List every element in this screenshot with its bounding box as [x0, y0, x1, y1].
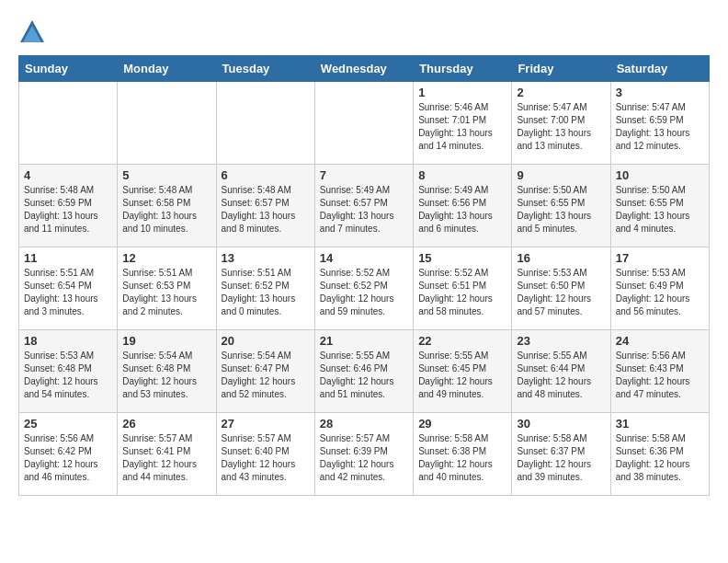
calendar-cell: 25Sunrise: 5:56 AM Sunset: 6:42 PM Dayli…	[19, 413, 118, 496]
day-number: 25	[24, 417, 112, 431]
day-number: 3	[616, 86, 704, 99]
day-info: Sunrise: 5:58 AM Sunset: 6:38 PM Dayligh…	[418, 432, 506, 484]
week-row-2: 4Sunrise: 5:48 AM Sunset: 6:59 PM Daylig…	[19, 165, 710, 247]
calendar-cell: 23Sunrise: 5:55 AM Sunset: 6:44 PM Dayli…	[512, 330, 610, 413]
day-number: 6	[222, 168, 310, 182]
day-info: Sunrise: 5:53 AM Sunset: 6:48 PM Dayligh…	[24, 350, 112, 401]
calendar-cell: 11Sunrise: 5:51 AM Sunset: 6:54 PM Dayli…	[19, 247, 118, 330]
day-info: Sunrise: 5:53 AM Sunset: 6:49 PM Dayligh…	[616, 267, 704, 318]
day-number: 21	[320, 334, 408, 348]
day-number: 24	[616, 334, 704, 348]
calendar-cell: 31Sunrise: 5:58 AM Sunset: 6:36 PM Dayli…	[610, 413, 709, 496]
day-info: Sunrise: 5:55 AM Sunset: 6:44 PM Dayligh…	[517, 350, 605, 401]
header-monday: Monday	[118, 56, 216, 82]
day-info: Sunrise: 5:51 AM Sunset: 6:54 PM Dayligh…	[24, 267, 112, 318]
day-number: 11	[24, 251, 112, 265]
week-row-5: 25Sunrise: 5:56 AM Sunset: 6:42 PM Dayli…	[19, 413, 710, 496]
calendar-cell: 2Sunrise: 5:47 AM Sunset: 7:00 PM Daylig…	[512, 82, 610, 165]
day-number: 20	[222, 334, 310, 348]
logo-icon	[18, 18, 46, 46]
day-info: Sunrise: 5:50 AM Sunset: 6:55 PM Dayligh…	[616, 184, 704, 236]
day-number: 15	[418, 251, 506, 265]
calendar-cell	[314, 82, 413, 165]
calendar-cell: 12Sunrise: 5:51 AM Sunset: 6:53 PM Dayli…	[118, 247, 216, 330]
day-info: Sunrise: 5:52 AM Sunset: 6:51 PM Dayligh…	[418, 267, 506, 318]
calendar-cell: 4Sunrise: 5:48 AM Sunset: 6:59 PM Daylig…	[19, 165, 118, 247]
calendar-cell: 20Sunrise: 5:54 AM Sunset: 6:47 PM Dayli…	[216, 330, 314, 413]
day-number: 10	[616, 168, 704, 182]
week-row-1: 1Sunrise: 5:46 AM Sunset: 7:01 PM Daylig…	[19, 82, 710, 165]
day-number: 26	[122, 417, 210, 431]
calendar-cell: 27Sunrise: 5:57 AM Sunset: 6:40 PM Dayli…	[216, 413, 314, 496]
day-info: Sunrise: 5:52 AM Sunset: 6:52 PM Dayligh…	[320, 267, 408, 318]
day-info: Sunrise: 5:49 AM Sunset: 6:56 PM Dayligh…	[418, 184, 506, 236]
day-info: Sunrise: 5:55 AM Sunset: 6:46 PM Dayligh…	[320, 350, 408, 401]
day-info: Sunrise: 5:58 AM Sunset: 6:37 PM Dayligh…	[517, 432, 605, 484]
calendar-cell: 24Sunrise: 5:56 AM Sunset: 6:43 PM Dayli…	[610, 330, 709, 413]
day-number: 22	[418, 334, 506, 348]
logo	[18, 18, 50, 46]
header-thursday: Thursday	[414, 56, 512, 82]
day-info: Sunrise: 5:57 AM Sunset: 6:40 PM Dayligh…	[222, 432, 310, 484]
day-number: 5	[122, 168, 210, 182]
day-info: Sunrise: 5:47 AM Sunset: 7:00 PM Dayligh…	[517, 101, 605, 153]
day-info: Sunrise: 5:51 AM Sunset: 6:52 PM Dayligh…	[222, 267, 310, 318]
day-number: 19	[122, 334, 210, 348]
header-friday: Friday	[512, 56, 610, 82]
day-number: 2	[517, 86, 605, 99]
day-info: Sunrise: 5:56 AM Sunset: 6:43 PM Dayligh…	[616, 350, 704, 401]
calendar-cell	[19, 82, 118, 165]
calendar-body: 1Sunrise: 5:46 AM Sunset: 7:01 PM Daylig…	[19, 82, 710, 496]
day-number: 12	[122, 251, 210, 265]
header-sunday: Sunday	[19, 56, 118, 82]
day-info: Sunrise: 5:58 AM Sunset: 6:36 PM Dayligh…	[616, 432, 704, 484]
calendar-cell: 28Sunrise: 5:57 AM Sunset: 6:39 PM Dayli…	[314, 413, 413, 496]
day-number: 1	[418, 86, 506, 99]
calendar-header: SundayMondayTuesdayWednesdayThursdayFrid…	[19, 56, 710, 82]
day-number: 17	[616, 251, 704, 265]
calendar-cell: 15Sunrise: 5:52 AM Sunset: 6:51 PM Dayli…	[414, 247, 512, 330]
day-info: Sunrise: 5:50 AM Sunset: 6:55 PM Dayligh…	[517, 184, 605, 236]
day-number: 13	[222, 251, 310, 265]
day-info: Sunrise: 5:47 AM Sunset: 6:59 PM Dayligh…	[616, 101, 704, 153]
day-number: 8	[418, 168, 506, 182]
day-info: Sunrise: 5:46 AM Sunset: 7:01 PM Dayligh…	[418, 101, 506, 153]
day-number: 14	[320, 251, 408, 265]
calendar-cell: 10Sunrise: 5:50 AM Sunset: 6:55 PM Dayli…	[610, 165, 709, 247]
calendar-cell: 8Sunrise: 5:49 AM Sunset: 6:56 PM Daylig…	[414, 165, 512, 247]
calendar-cell: 5Sunrise: 5:48 AM Sunset: 6:58 PM Daylig…	[118, 165, 216, 247]
header-saturday: Saturday	[610, 56, 709, 82]
calendar-cell: 1Sunrise: 5:46 AM Sunset: 7:01 PM Daylig…	[414, 82, 512, 165]
calendar-cell: 16Sunrise: 5:53 AM Sunset: 6:50 PM Dayli…	[512, 247, 610, 330]
day-info: Sunrise: 5:51 AM Sunset: 6:53 PM Dayligh…	[122, 267, 210, 318]
day-info: Sunrise: 5:57 AM Sunset: 6:39 PM Dayligh…	[320, 432, 408, 484]
calendar-cell: 17Sunrise: 5:53 AM Sunset: 6:49 PM Dayli…	[610, 247, 709, 330]
day-number: 29	[418, 417, 506, 431]
day-info: Sunrise: 5:54 AM Sunset: 6:47 PM Dayligh…	[222, 350, 310, 401]
week-row-4: 18Sunrise: 5:53 AM Sunset: 6:48 PM Dayli…	[19, 330, 710, 413]
calendar-cell: 9Sunrise: 5:50 AM Sunset: 6:55 PM Daylig…	[512, 165, 610, 247]
day-info: Sunrise: 5:48 AM Sunset: 6:58 PM Dayligh…	[122, 184, 210, 236]
calendar-cell: 26Sunrise: 5:57 AM Sunset: 6:41 PM Dayli…	[118, 413, 216, 496]
calendar-cell: 29Sunrise: 5:58 AM Sunset: 6:38 PM Dayli…	[414, 413, 512, 496]
calendar-cell: 22Sunrise: 5:55 AM Sunset: 6:45 PM Dayli…	[414, 330, 512, 413]
calendar-cell: 21Sunrise: 5:55 AM Sunset: 6:46 PM Dayli…	[314, 330, 413, 413]
calendar-cell	[216, 82, 314, 165]
day-number: 9	[517, 168, 605, 182]
day-info: Sunrise: 5:56 AM Sunset: 6:42 PM Dayligh…	[24, 432, 112, 484]
calendar-cell: 18Sunrise: 5:53 AM Sunset: 6:48 PM Dayli…	[19, 330, 118, 413]
day-info: Sunrise: 5:57 AM Sunset: 6:41 PM Dayligh…	[122, 432, 210, 484]
day-info: Sunrise: 5:48 AM Sunset: 6:59 PM Dayligh…	[24, 184, 112, 236]
week-row-3: 11Sunrise: 5:51 AM Sunset: 6:54 PM Dayli…	[19, 247, 710, 330]
day-number: 28	[320, 417, 408, 431]
calendar-cell: 14Sunrise: 5:52 AM Sunset: 6:52 PM Dayli…	[314, 247, 413, 330]
day-number: 16	[517, 251, 605, 265]
day-number: 31	[616, 417, 704, 431]
calendar-cell: 3Sunrise: 5:47 AM Sunset: 6:59 PM Daylig…	[610, 82, 709, 165]
header	[18, 18, 710, 46]
day-number: 30	[517, 417, 605, 431]
calendar-cell: 7Sunrise: 5:49 AM Sunset: 6:57 PM Daylig…	[314, 165, 413, 247]
day-number: 27	[222, 417, 310, 431]
calendar-cell: 19Sunrise: 5:54 AM Sunset: 6:48 PM Dayli…	[118, 330, 216, 413]
day-number: 23	[517, 334, 605, 348]
